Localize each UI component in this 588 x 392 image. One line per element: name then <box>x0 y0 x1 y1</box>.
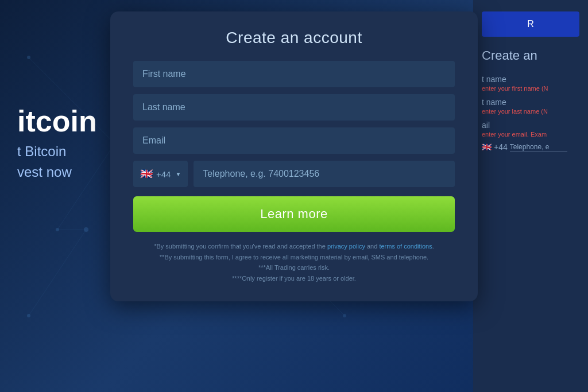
disclaimer-text: *By submitting you confirm that you've r… <box>133 241 455 284</box>
registration-modal: Create an account 🇬🇧 +44 ▼ Learn more *B… <box>110 11 478 301</box>
phone-country-code: +44 <box>156 169 171 179</box>
privacy-policy-link[interactable]: privacy policy <box>327 243 365 250</box>
disclaimer-line1: *By submitting you confirm that you've r… <box>133 241 455 252</box>
phone-input[interactable] <box>194 161 455 187</box>
phone-row: 🇬🇧 +44 ▼ <box>133 161 455 187</box>
disclaimer-line3: ***All Trading carries risk. <box>133 262 455 273</box>
terms-link[interactable]: terms of conditions <box>379 243 432 250</box>
email-input[interactable] <box>133 127 455 154</box>
first-name-input[interactable] <box>133 61 455 87</box>
modal-overlay: Create an account 🇬🇧 +44 ▼ Learn more *B… <box>0 0 588 392</box>
submit-button[interactable]: Learn more <box>133 196 455 232</box>
disclaimer-line4: ****Only register if you are 18 years or… <box>133 273 455 284</box>
disclaimer-line2: **By submitting this form, I agree to re… <box>133 252 455 263</box>
chevron-down-icon: ▼ <box>175 171 181 177</box>
phone-country-selector[interactable]: 🇬🇧 +44 ▼ <box>133 161 188 187</box>
last-name-input[interactable] <box>133 94 455 121</box>
modal-title: Create an account <box>133 29 455 47</box>
uk-flag-icon: 🇬🇧 <box>140 168 153 180</box>
